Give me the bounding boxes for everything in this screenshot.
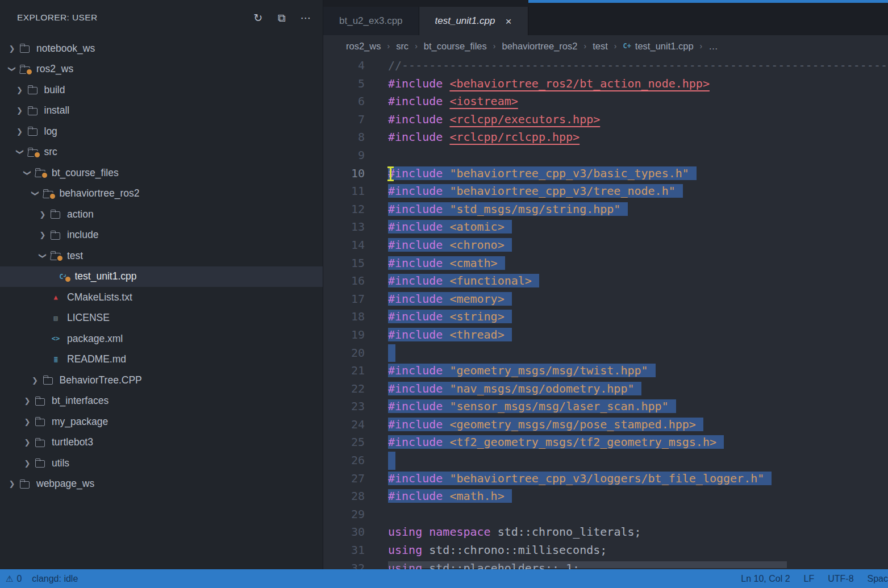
problems-indicator[interactable]: ⚠ 0 <box>6 574 22 584</box>
code-line-content[interactable]: #include <string> <box>388 308 888 326</box>
code-line-content[interactable] <box>388 344 888 362</box>
code-line-content[interactable]: #include <cmath> <box>388 255 888 273</box>
line-number: 5 <box>323 75 388 93</box>
status-encoding[interactable]: UTF-8 <box>828 574 853 584</box>
tab-test_unit1.cpp[interactable]: test_unit1.cpp× <box>419 7 528 35</box>
tree-folder-my_package[interactable]: ❯my_package <box>0 411 323 432</box>
selection-highlight: #include "geometry_msgs/msg/twist.hpp" <box>388 364 656 377</box>
code-line-content[interactable]: #include "sensor_msgs/msg/laser_scan.hpp… <box>388 398 888 416</box>
code-line-content[interactable]: #include "behaviortree_cpp_v3/basic_type… <box>388 165 888 183</box>
breadcrumb-item-bt_course_files[interactable]: bt_course_files <box>424 41 487 52</box>
selection-highlight: #include <math.h> <box>388 489 512 503</box>
selection-highlight: #include <chrono> <box>388 238 512 252</box>
code-token: #include <box>388 256 449 270</box>
tree-file-CMakeLists.txt[interactable]: ❯▲CMakeLists.txt <box>0 287 323 308</box>
breadcrumb-item-src[interactable]: src <box>396 41 408 52</box>
code-line-content[interactable]: #include <functional> <box>388 272 888 290</box>
code-token: std::chrono_literals; <box>491 525 641 539</box>
tree-file-LICENSE[interactable]: ❯▤LICENSE <box>0 308 323 329</box>
breadcrumb-label: test_unit1.cpp <box>635 41 694 52</box>
tree-folder-install[interactable]: ❯install <box>0 101 323 122</box>
code-line-content[interactable]: #include "std_msgs/msg/string.hpp" <box>388 201 888 219</box>
status-eol-sequence[interactable]: LF <box>804 574 815 584</box>
more-actions-icon[interactable]: ⋯ <box>301 12 311 23</box>
refresh-explorer-icon[interactable]: ↻ <box>253 12 262 23</box>
tree-folder-build[interactable]: ❯build <box>0 80 323 101</box>
code-line-content[interactable]: #include "behaviortree_cpp_v3/tree_node.… <box>388 182 888 201</box>
tree-folder-bt_course_files[interactable]: ❯bt_course_files <box>0 162 323 184</box>
tree-folder-utils[interactable]: ❯utils <box>0 453 323 474</box>
code-line-content[interactable]: #include <math.h> <box>388 487 888 506</box>
breadcrumb-item-behaviortree_ros2[interactable]: behaviortree_ros2 <box>502 41 577 52</box>
breadcrumb-item-test_unit1.cpp[interactable]: C+test_unit1.cpp <box>623 41 693 52</box>
tree-item-label: build <box>44 84 65 96</box>
modified-dot <box>49 193 56 200</box>
tree-file-README.md[interactable]: ❯≣README.md <box>0 349 323 370</box>
code-line-content[interactable]: #include "behaviortree_cpp_v3/loggers/bt… <box>388 470 888 488</box>
tree-file-test_unit1.cpp[interactable]: ❯C+test_unit1.cpp <box>0 266 323 287</box>
clangd-status[interactable]: clangd: idle <box>32 574 78 584</box>
tree-folder-include[interactable]: ❯include <box>0 225 323 246</box>
breadcrumb-separator: › <box>700 41 703 51</box>
close-icon[interactable]: × <box>505 16 511 27</box>
code-line-11: 11#include "behaviortree_cpp_v3/tree_nod… <box>323 182 888 201</box>
code-line-content[interactable] <box>388 147 888 165</box>
code-line-content[interactable]: using namespace std::chrono_literals; <box>388 523 888 541</box>
status-cursor-position[interactable]: Ln 10, Col 2 <box>741 574 790 584</box>
horizontal-scrollbar[interactable] <box>388 561 787 568</box>
tab-bt_u2_ex3.cpp[interactable]: bt_u2_ex3.cpp <box>323 7 419 35</box>
code-line-content[interactable]: #include <tf2_geometry_msgs/tf2_geometry… <box>388 433 888 452</box>
breadcrumb-separator: › <box>614 41 617 51</box>
code-line-content[interactable]: #include "nav_msgs/msg/odometry.hpp" <box>388 380 888 398</box>
breadcrumb-item-…[interactable]: … <box>708 41 718 52</box>
tree-folder-behaviortree_ros2[interactable]: ❯behaviortree_ros2 <box>0 184 323 205</box>
breadcrumb-item-ros2_ws[interactable]: ros2_ws <box>346 41 381 52</box>
code-token: "behaviortree_cpp_v3/loggers/bt_file_log… <box>449 472 764 485</box>
include-path-error: <iostream> <box>449 94 518 108</box>
code-line-content[interactable] <box>388 506 888 524</box>
code-line-content[interactable]: #include <memory> <box>388 290 888 308</box>
selection-highlight: #include <geometry_msgs/msg/pose_stamped… <box>388 418 703 431</box>
code-token: #include <box>388 328 449 341</box>
status-indentation[interactable]: Spac <box>868 574 888 584</box>
code-line-content[interactable]: #include <chrono> <box>388 236 888 255</box>
code-line-content[interactable]: #include <rclcpp/rclcpp.hpp> <box>388 128 888 147</box>
code-token: #include <box>388 238 449 252</box>
tree-folder-bt_interfaces[interactable]: ❯bt_interfaces <box>0 391 323 412</box>
tree-folder-test[interactable]: ❯test <box>0 245 323 266</box>
tree-folder-action[interactable]: ❯action <box>0 204 323 225</box>
code-token: #include <box>388 418 449 431</box>
tree-item-label: notebook_ws <box>36 43 95 55</box>
collapse-folders-icon[interactable]: ⧉ <box>278 12 286 23</box>
tree-folder-turtlebot3[interactable]: ❯turtlebot3 <box>0 432 323 453</box>
tree-folder-log[interactable]: ❯log <box>0 121 323 142</box>
code-line-content[interactable]: #include <geometry_msgs/msg/pose_stamped… <box>388 416 888 434</box>
tree-item-label: include <box>67 229 98 241</box>
code-editor[interactable]: 4//-------------------------------------… <box>323 57 888 569</box>
tree-folder-webpage_ws[interactable]: ❯webpage_ws <box>0 474 323 495</box>
tree-folder-BehaviorTree.CPP[interactable]: ❯BehaviorTree.CPP <box>0 370 323 391</box>
breadcrumb-item-test[interactable]: test <box>593 41 608 52</box>
folder-icon <box>42 375 55 385</box>
tree-folder-notebook_ws[interactable]: ❯notebook_ws <box>0 38 323 59</box>
code-line-23: 23#include "sensor_msgs/msg/laser_scan.h… <box>323 398 888 416</box>
code-line-content[interactable]: #include <iostream> <box>388 93 888 111</box>
code-line-content[interactable]: #include <atomic> <box>388 218 888 236</box>
code-line-content[interactable]: using std::chrono::milliseconds; <box>388 541 888 560</box>
code-line-content[interactable]: #include "geometry_msgs/msg/twist.hpp" <box>388 362 888 380</box>
tree-file-package.xml[interactable]: ❯<>package.xml <box>0 328 323 349</box>
code-line-content[interactable]: #include <thread> <box>388 326 888 344</box>
chevron-icon: ❯ <box>37 210 48 219</box>
code-token: #include <box>388 435 449 449</box>
code-line-content[interactable]: #include <behaviortree_ros2/bt_action_no… <box>388 75 888 93</box>
code-line-content[interactable]: #include <rclcpp/executors.hpp> <box>388 111 888 129</box>
code-line-content[interactable]: //--------------------------------------… <box>388 57 888 75</box>
code-line-content[interactable] <box>388 452 888 470</box>
breadcrumb-label: src <box>396 41 408 52</box>
tree-folder-src[interactable]: ❯src <box>0 142 323 163</box>
code-token: <chrono> <box>449 238 504 252</box>
markdown-file-icon: ≣ <box>49 355 62 365</box>
tree-folder-ros2_ws[interactable]: ❯ros2_ws <box>0 59 323 80</box>
chevron-icon: ❯ <box>30 376 40 385</box>
selection-highlight: #include "std_msgs/msg/string.hpp" <box>388 202 628 216</box>
